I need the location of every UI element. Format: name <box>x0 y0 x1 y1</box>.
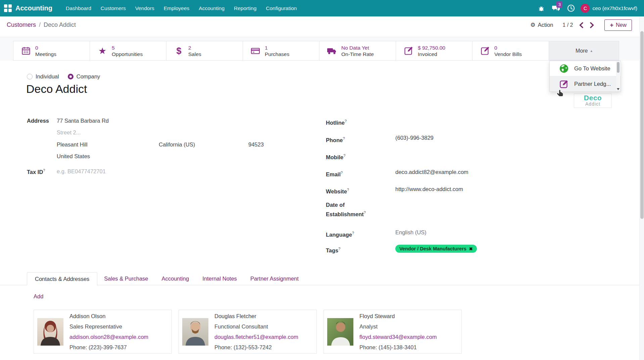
stat-button-sales[interactable]: $ 2Sales <box>166 41 243 61</box>
credit-card-icon <box>251 47 260 55</box>
tax-id-label: Tax ID? <box>27 168 45 175</box>
nav-item-dashboard[interactable]: Dashboard <box>61 0 96 16</box>
tax-id-field[interactable]: e.g. BE0477472701 <box>57 168 106 175</box>
tab-sales-purchase[interactable]: Sales & Purchase <box>97 272 155 285</box>
nav-item-customers[interactable]: Customers <box>96 0 131 16</box>
pager-next-button[interactable] <box>589 21 595 29</box>
state-field[interactable]: California (US) <box>159 141 195 148</box>
radio-circle-icon <box>27 74 33 79</box>
contact-card[interactable]: Addison Olson Sales Representative addis… <box>34 310 172 354</box>
activities-button[interactable] <box>564 0 577 16</box>
remove-tag-icon[interactable]: ✖ <box>469 246 473 251</box>
tab-accounting[interactable]: Accounting <box>155 272 196 285</box>
city-field[interactable]: Pleasant Hill <box>57 141 88 148</box>
breadcrumb-separator: / <box>39 21 41 28</box>
apps-grid-icon <box>4 4 12 12</box>
contact-photo <box>37 318 63 346</box>
notebook-tabs: Contacts & Addresses Sales & Purchase Ac… <box>0 272 639 285</box>
user-name: ceo (ex7h0x1fcwvf) <box>592 5 637 11</box>
breadcrumb-current: Deco Addict <box>44 21 76 28</box>
country-field[interactable]: United States <box>57 153 90 160</box>
street2-field[interactable]: Street 2... <box>57 129 81 136</box>
add-contact-link[interactable]: Add <box>34 293 43 300</box>
pager-previous-button[interactable] <box>578 21 584 29</box>
debug-button[interactable] <box>535 0 548 16</box>
nav-item-reporting[interactable]: Reporting <box>229 0 261 16</box>
stat-button-invoiced[interactable]: $ 92,750.00Invoiced <box>396 41 473 61</box>
phone-field[interactable]: (603)-996-3829 <box>395 135 434 141</box>
contact-email[interactable]: douglas.fletcher51@example.com <box>214 332 298 342</box>
avatar: C <box>581 4 590 13</box>
scroll-down-arrow-icon <box>617 88 620 90</box>
nav-item-employees[interactable]: Employees <box>159 0 194 16</box>
stat-button-opportunities[interactable]: ★ 5Opportunities <box>90 41 166 61</box>
globe-icon <box>559 64 568 73</box>
tab-partner-assignment[interactable]: Partner Assignment <box>244 272 305 285</box>
gear-icon: ⚙ <box>530 21 535 28</box>
page-scrollbar-thumb[interactable] <box>640 31 644 219</box>
caret-up-icon: ▴ <box>590 49 592 53</box>
website-field[interactable]: http://www.deco-addict.com <box>395 186 463 192</box>
stat-button-purchases[interactable]: 1Purchases <box>243 41 319 61</box>
bug-icon <box>538 5 545 12</box>
address-label: Address <box>27 118 49 124</box>
radio-company[interactable]: Company <box>68 73 100 80</box>
contact-phone: Phone: (132)-553-7242 <box>214 342 298 353</box>
email-field[interactable]: deco.addict82@example.com <box>395 169 468 175</box>
stat-button-vendor-bills[interactable]: 0Vendor Bills <box>472 41 549 61</box>
notification-badge: 3 <box>556 1 562 8</box>
breadcrumb-parent[interactable]: Customers <box>7 21 36 28</box>
zip-field[interactable]: 94523 <box>248 141 264 148</box>
form-sheet: 0Meetings ★ 5Opportunities $ 2Sales 1Pur… <box>0 34 639 360</box>
contact-card[interactable]: Floyd Steward Analyst floyd.steward34@ex… <box>324 310 462 354</box>
contact-role: Functional Consultant <box>214 321 298 332</box>
action-button[interactable]: ⚙ Action <box>530 21 553 28</box>
partner-name-title[interactable]: Deco Addict <box>26 82 87 96</box>
pager-counter: 1 / 2 <box>562 22 573 28</box>
chevron-right-icon <box>590 22 594 28</box>
contact-role: Sales Representative <box>69 321 148 332</box>
plus-icon: + <box>610 23 613 27</box>
contact-email[interactable]: floyd.steward34@example.com <box>359 332 437 342</box>
stat-button-meetings[interactable]: 0Meetings <box>13 41 90 61</box>
tag-vendor-desk-manufacturers[interactable]: Vendor / Desk Manufacturers ✖ <box>395 245 477 253</box>
nav-item-configuration[interactable]: Configuration <box>261 0 301 16</box>
contact-cards: Addison Olson Sales Representative addis… <box>34 310 462 354</box>
page-scrollbar[interactable] <box>639 16 644 360</box>
calendar-icon <box>21 46 31 55</box>
more-button[interactable]: More ▴ <box>549 41 619 61</box>
control-panel: Customers / Deco Addict ⚙ Action 1 / 2 +… <box>0 16 639 34</box>
radio-circle-checked-icon <box>68 74 73 79</box>
nav-item-accounting[interactable]: Accounting <box>194 0 229 16</box>
more-dropdown-menu: Go To Website Partner Ledg... <box>549 61 621 92</box>
star-icon: ★ <box>98 47 106 55</box>
apps-menu-button[interactable] <box>0 0 15 16</box>
tab-contacts-addresses[interactable]: Contacts & Addresses <box>27 272 97 285</box>
top-navbar: Accounting Dashboard Customers Vendors E… <box>0 0 644 16</box>
dollar-icon: $ <box>176 47 181 55</box>
radio-individual[interactable]: Individual <box>27 73 59 80</box>
nav-item-vendors[interactable]: Vendors <box>131 0 159 16</box>
hotline-label: Hotline? <box>326 117 385 127</box>
stat-button-on-time-rate[interactable]: No Data YetOn-Time Rate <box>319 41 396 61</box>
contact-name: Addison Olson <box>69 311 148 321</box>
dropdown-scrollbar[interactable] <box>616 61 620 91</box>
messages-button[interactable]: 3 <box>550 0 562 16</box>
app-brand[interactable]: Accounting <box>15 4 52 12</box>
user-menu[interactable]: C ceo (ex7h0x1fcwvf) <box>579 4 639 13</box>
company-logo[interactable]: Deco Addict <box>574 94 612 108</box>
contact-name: Douglas Fletcher <box>214 311 298 321</box>
new-button[interactable]: + New <box>604 19 632 31</box>
language-field[interactable]: English (US) <box>395 229 427 236</box>
street-field[interactable]: 77 Santa Barbara Rd <box>57 118 109 124</box>
contact-card[interactable]: Douglas Fletcher Functional Consultant d… <box>179 310 317 354</box>
truck-icon <box>327 47 337 55</box>
contact-email[interactable]: addison.olson28@example.com <box>69 332 148 342</box>
phone-label: Phone? <box>326 135 385 144</box>
email-label: Email? <box>326 169 385 178</box>
tags-label: Tags? <box>326 245 385 254</box>
menu-item-go-to-website[interactable]: Go To Website <box>550 61 621 76</box>
tab-internal-notes[interactable]: Internal Notes <box>196 272 244 285</box>
dropdown-scrollbar-thumb[interactable] <box>617 62 620 73</box>
contact-name: Floyd Steward <box>359 311 437 321</box>
